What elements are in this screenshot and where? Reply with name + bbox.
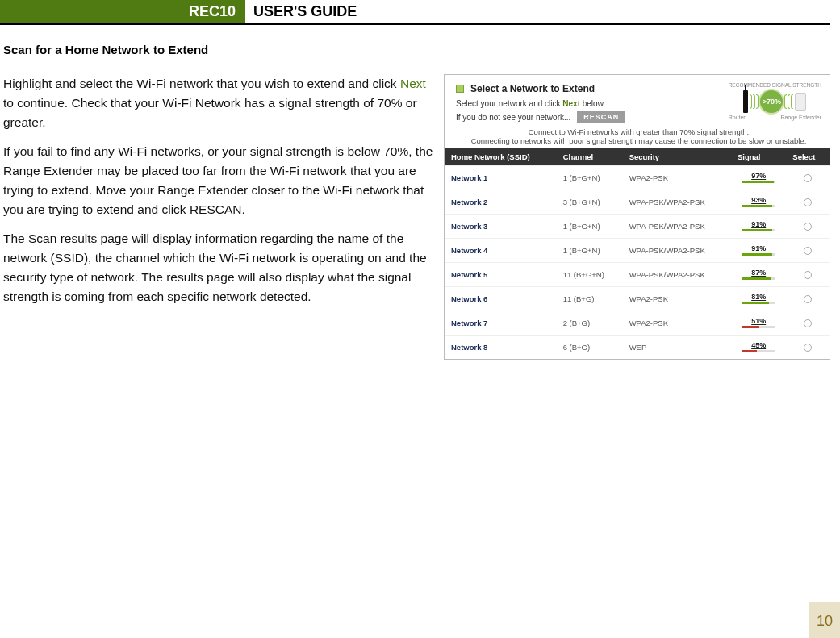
figure-title-row: Select a Network to Extend [456,83,625,94]
table-row[interactable]: Network 31 (B+G+N)WPA-PSK/WPA2-PSK91% [445,215,830,239]
paragraph-3: The Scan results page will display infor… [3,229,434,306]
table-row[interactable]: Network 611 (B+G)WPA2-PSK81% [445,287,830,311]
cell-ssid: Network 4 [445,239,557,263]
cell-ssid: Network 7 [445,311,557,336]
cell-channel: 11 (B+G+N) [557,263,623,287]
cell-channel: 11 (B+G) [557,287,623,311]
cell-security: WPA-PSK/WPA2-PSK [623,239,731,263]
col-channel: Channel [557,148,623,166]
scan-screenshot: Select a Network to Extend Select your n… [444,74,830,360]
cell-signal: 87% [731,263,786,287]
recommended-label: RECOMMENDED SIGNAL STRENGTH [729,83,821,89]
page-number-column: 10 [809,0,840,638]
figure-subtitle: Select your network and click Next below… [456,99,625,108]
extender-icon [795,93,806,111]
table-row[interactable]: Network 23 (B+G+N)WPA-PSK/WPA2-PSK93% [445,190,830,215]
cell-security: WPA2-PSK [623,311,731,336]
cell-channel: 2 (B+G) [557,311,623,336]
cell-security: WPA-PSK/WPA2-PSK [623,190,731,215]
cell-signal: 91% [731,215,786,239]
table-row[interactable]: Network 86 (B+G)WEP45% [445,336,830,360]
cell-channel: 1 (B+G+N) [557,166,623,190]
paragraph-1: Highlight and select the Wi-Fi network t… [3,74,434,132]
figure-note-2: Connecting to networks with poor signal … [456,136,821,145]
page-content: Scan for a Home Network to Extend Highli… [0,25,840,360]
cell-security: WPA-PSK/WPA2-PSK [623,263,731,287]
rescan-button[interactable]: RESCAN [577,111,625,123]
cell-security: WEP [623,336,731,360]
cell-ssid: Network 8 [445,336,557,360]
page-header: REC10 USER'S GUIDE [0,0,830,25]
table-row[interactable]: Network 511 (B+G+N)WPA-PSK/WPA2-PSK87% [445,263,830,287]
cell-channel: 1 (B+G+N) [557,215,623,239]
header-title: USER'S GUIDE [245,0,357,23]
col-signal: Signal [731,148,786,166]
cell-signal: 91% [731,239,786,263]
table-row[interactable]: Network 11 (B+G+N)WPA2-PSK97% [445,166,830,190]
signal-badge: >70% [760,90,783,113]
table-row[interactable]: Network 41 (B+G+N)WPA-PSK/WPA2-PSK91% [445,239,830,263]
cell-channel: 3 (B+G+N) [557,190,623,215]
cell-channel: 6 (B+G) [557,336,623,360]
section-title: Scan for a Home Network to Extend [3,43,830,56]
cell-security: WPA2-PSK [623,287,731,311]
cell-signal: 97% [731,166,786,190]
figure-note-1: Connect to Wi-Fi networks with greater t… [456,127,821,136]
wave-icon [750,94,759,109]
page-number: 10 [809,613,840,630]
cell-ssid: Network 5 [445,263,557,287]
figure-title: Select a Network to Extend [470,83,595,94]
table-row[interactable]: Network 72 (B+G)WPA2-PSK51% [445,311,830,336]
cell-security: WPA-PSK/WPA2-PSK [623,215,731,239]
cell-ssid: Network 3 [445,215,557,239]
cell-signal: 93% [731,190,786,215]
cell-signal: 51% [731,311,786,336]
wave-icon [784,94,793,109]
col-security: Security [623,148,731,166]
cell-ssid: Network 6 [445,287,557,311]
cell-signal: 45% [731,336,786,360]
signal-diagram: >70% [729,90,821,113]
paragraph-2: If you fail to find any Wi-Fi networks, … [3,142,434,219]
cell-signal: 81% [731,287,786,311]
cell-ssid: Network 1 [445,166,557,190]
bullet-icon [456,85,464,93]
cell-channel: 1 (B+G+N) [557,239,623,263]
header-badge: REC10 [0,0,245,23]
body-text: Highlight and select the Wi-Fi network t… [3,74,434,360]
router-label: Router [729,115,746,120]
table-header-row: Home Network (SSID) Channel Security Sig… [445,148,830,166]
col-ssid: Home Network (SSID) [445,148,557,166]
next-keyword: Next [400,77,426,90]
cell-security: WPA2-PSK [623,166,731,190]
no-signal-text: If you do not see your network... [456,113,570,122]
cell-ssid: Network 2 [445,190,557,215]
network-table: Home Network (SSID) Channel Security Sig… [445,148,830,359]
page-number-box: 10 [809,602,840,638]
router-icon [743,90,748,113]
